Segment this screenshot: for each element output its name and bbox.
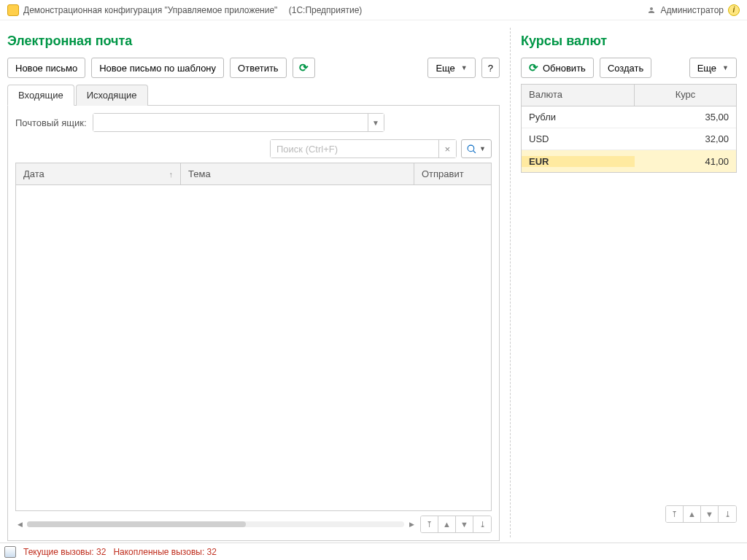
search-input[interactable] (271, 140, 438, 158)
tab-inbox[interactable]: Входящие (7, 85, 74, 106)
currency-table: Валюта Курс Рубли35,00USD32,00EUR41,00 (521, 84, 737, 173)
refresh-icon: ⟳ (299, 61, 309, 74)
currency-nav-buttons: ⤒ ▲ ▼ ⤓ (665, 505, 737, 523)
email-tabs: Входящие Исходящие (7, 84, 500, 106)
reply-button[interactable]: Ответить (230, 58, 287, 78)
email-help-button[interactable]: ? (481, 58, 500, 78)
new-mail-template-button[interactable]: Новое письмо по шаблону (91, 58, 224, 78)
user-name: Администратор (660, 5, 724, 15)
nav-up-button[interactable]: ▲ (438, 516, 456, 532)
search-button[interactable]: ▼ (461, 139, 492, 158)
mailbox-combo[interactable]: ▼ (93, 113, 384, 132)
refresh-mail-button[interactable]: ⟳ (293, 58, 315, 78)
email-title: Электронная почта (7, 34, 500, 49)
currency-row[interactable]: USD32,00 (522, 128, 736, 150)
statusbar: Текущие вызовы: 32 Накопленные вызовы: 3… (0, 542, 747, 560)
refresh-icon: ⟳ (529, 61, 538, 74)
nav-up-button[interactable]: ▲ (684, 506, 701, 522)
nav-last-button[interactable]: ⤓ (473, 516, 491, 532)
currency-row[interactable]: Рубли35,00 (522, 106, 736, 128)
currency-title: Курсы валют (521, 34, 737, 49)
tab-content: Почтовый ящик: ▼ × ▼ (7, 106, 500, 541)
scroll-left-icon[interactable]: ◀ (15, 520, 24, 529)
currency-rate: 32,00 (635, 133, 736, 144)
nav-first-button[interactable]: ⤒ (666, 506, 684, 522)
scroll-right-icon[interactable]: ▶ (407, 520, 416, 529)
col-subject[interactable]: Тема (181, 163, 414, 184)
accumulated-calls: Накопленные вызовы: 32 (113, 547, 217, 557)
horizontal-scrollbar[interactable]: ◀ ▶ (15, 519, 416, 529)
chevron-down-icon: ▼ (461, 64, 468, 71)
new-mail-button[interactable]: Новое письмо (7, 58, 85, 78)
mail-grid: Дата ↑ Тема Отправит (15, 163, 492, 511)
col-rate[interactable]: Курс (635, 85, 736, 106)
user-icon (647, 5, 656, 15)
mailbox-label: Почтовый ящик: (15, 117, 87, 128)
currency-refresh-button[interactable]: ⟳ Обновить (521, 58, 594, 78)
col-currency[interactable]: Валюта (522, 85, 635, 106)
nav-last-button[interactable]: ⤓ (719, 506, 736, 522)
currency-create-button[interactable]: Создать (600, 58, 651, 78)
currency-table-header: Валюта Курс (522, 85, 736, 106)
email-toolbar: Новое письмо Новое письмо по шаблону Отв… (7, 58, 500, 78)
currency-row[interactable]: EUR41,00 (522, 150, 736, 172)
nav-first-button[interactable]: ⤒ (421, 516, 438, 532)
chevron-down-icon: ▼ (479, 145, 486, 152)
chevron-down-icon: ▼ (722, 64, 729, 71)
mailbox-dropdown-button[interactable]: ▼ (368, 114, 384, 131)
email-more-button[interactable]: Еще▼ (427, 58, 475, 78)
platform-label: (1С:Предприятие) (289, 5, 363, 15)
app-icon (7, 4, 19, 16)
mail-nav-buttons: ⤒ ▲ ▼ ⤓ (420, 516, 492, 533)
info-icon[interactable]: i (728, 4, 740, 16)
currency-rate: 41,00 (635, 156, 736, 167)
titlebar: Демонстрационная конфигурация "Управляем… (0, 0, 747, 20)
col-sender[interactable]: Отправит (414, 163, 491, 184)
nav-down-button[interactable]: ▼ (456, 516, 473, 532)
current-calls: Текущие вызовы: 32 (23, 547, 106, 557)
config-name: Демонстрационная конфигурация "Управляем… (23, 5, 277, 15)
mail-grid-body[interactable] (16, 185, 491, 510)
search-icon (467, 144, 476, 154)
search-clear-button[interactable]: × (438, 140, 456, 158)
currency-rate: 35,00 (635, 112, 736, 122)
currency-toolbar: ⟳ Обновить Создать Еще▼ (521, 58, 737, 78)
currency-name: Рубли (522, 112, 635, 122)
col-date[interactable]: Дата ↑ (16, 163, 181, 184)
currency-name: USD (522, 133, 635, 144)
currency-more-button[interactable]: Еще▼ (689, 58, 737, 78)
search-box: × (270, 139, 457, 158)
mailbox-input[interactable] (93, 114, 368, 131)
mail-grid-header: Дата ↑ Тема Отправит (16, 163, 491, 185)
nav-down-button[interactable]: ▼ (701, 506, 719, 522)
currency-name: EUR (522, 156, 635, 167)
perf-monitor-icon[interactable] (4, 546, 16, 558)
tab-outbox[interactable]: Исходящие (76, 85, 148, 106)
sort-asc-icon: ↑ (169, 170, 174, 179)
